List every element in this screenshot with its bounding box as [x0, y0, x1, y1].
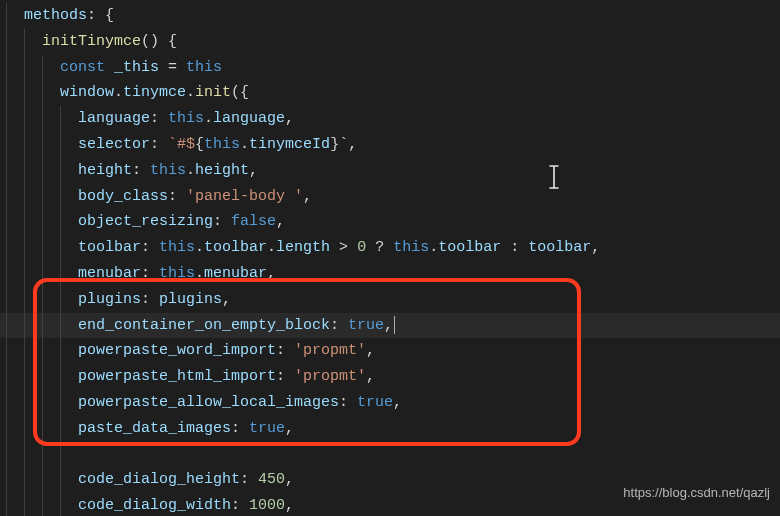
code-line[interactable]: initTinymce() {: [0, 29, 780, 55]
code-editor[interactable]: methods: { initTinymce() { const _this =…: [0, 0, 780, 516]
code-line[interactable]: menubar: this.menubar,: [0, 261, 780, 287]
code-line[interactable]: [0, 442, 780, 468]
code-line[interactable]: selector: `#${this.tinymceId}`,: [0, 132, 780, 158]
code-line[interactable]: powerpaste_html_import: 'propmt',: [0, 364, 780, 390]
code-line[interactable]: paste_data_images: true,: [0, 416, 780, 442]
keyword: const: [60, 59, 105, 76]
code-line[interactable]: powerpaste_word_import: 'propmt',: [0, 338, 780, 364]
code-line[interactable]: toolbar: this.toolbar.length > 0 ? this.…: [0, 235, 780, 261]
code-line[interactable]: window.tinymce.init({: [0, 80, 780, 106]
function-name: initTinymce: [42, 33, 141, 50]
watermark: https://blog.csdn.net/qazlj: [623, 480, 770, 506]
code-line[interactable]: object_resizing: false,: [0, 209, 780, 235]
code-line[interactable]: methods: {: [0, 3, 780, 29]
code-line[interactable]: language: this.language,: [0, 106, 780, 132]
code-line[interactable]: const _this = this: [0, 55, 780, 81]
punct: : {: [87, 7, 114, 24]
code-line[interactable]: plugins: plugins,: [0, 287, 780, 313]
property: methods: [24, 7, 87, 24]
code-line[interactable]: powerpaste_allow_local_images: true,: [0, 390, 780, 416]
code-line[interactable]: body_class: 'panel-body ',: [0, 184, 780, 210]
code-line[interactable]: height: this.height,: [0, 158, 780, 184]
code-line-active[interactable]: end_container_on_empty_block: true,: [0, 313, 780, 339]
text-caret: [394, 316, 395, 334]
